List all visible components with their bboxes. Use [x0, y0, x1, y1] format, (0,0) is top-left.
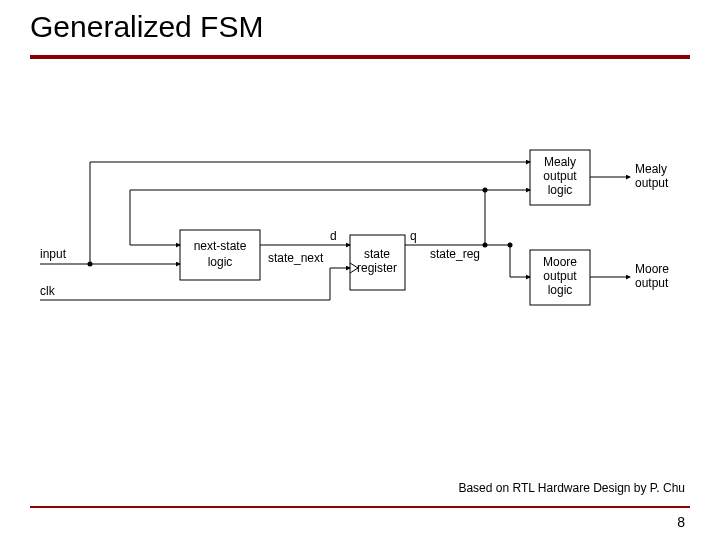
moore-output-label-1: Moore: [635, 262, 669, 276]
page-number: 8: [677, 514, 685, 530]
clk-label: clk: [40, 284, 56, 298]
moore-output-label-2: output: [635, 276, 669, 290]
d-label: d: [330, 229, 337, 243]
title-underline: [30, 55, 690, 59]
state-register-label-2: register: [357, 261, 397, 275]
state-register-label-1: state: [364, 247, 390, 261]
mealy-logic-label-2: output: [543, 169, 577, 183]
moore-logic-label-3: logic: [548, 283, 573, 297]
source-citation: Based on RTL Hardware Design by P. Chu: [458, 481, 685, 495]
mealy-output-label-1: Mealy: [635, 162, 667, 176]
mealy-logic-label-3: logic: [548, 183, 573, 197]
input-label: input: [40, 247, 67, 261]
junction-input: [88, 262, 93, 267]
footer-rule: [30, 506, 690, 508]
q-label: q: [410, 229, 417, 243]
next-state-logic-label-1: next-state: [194, 239, 247, 253]
state-reg-label: state_reg: [430, 247, 480, 261]
moore-logic-label-2: output: [543, 269, 577, 283]
next-state-logic-label-2: logic: [208, 255, 233, 269]
state-next-label: state_next: [268, 251, 324, 265]
mealy-logic-label-1: Mealy: [544, 155, 576, 169]
fsm-diagram: next-state logic state register Mealy ou…: [30, 140, 690, 360]
moore-logic-label-1: Moore: [543, 255, 577, 269]
mealy-output-label-2: output: [635, 176, 669, 190]
slide-title: Generalized FSM: [30, 10, 263, 44]
